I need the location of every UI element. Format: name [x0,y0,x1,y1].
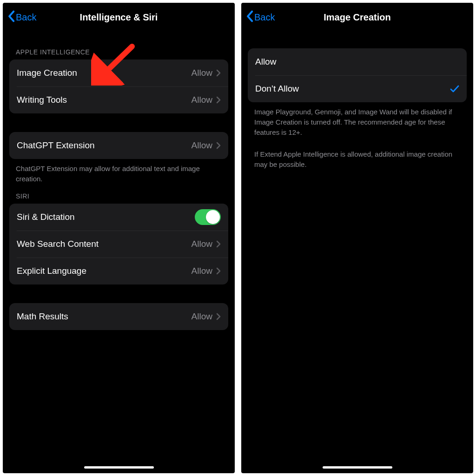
chevron-right-icon [216,240,221,248]
navbar: Back Intelligence & Siri [3,3,235,32]
group-apple-intelligence: Image Creation Allow Writing Tools Allow [9,60,228,113]
row-label: Math Results [17,311,192,322]
chevron-right-icon [216,69,221,77]
left-screen: Back Intelligence & Siri APPLE INTELLIGE… [3,3,235,473]
back-label: Back [16,12,36,23]
row-siri-dictation[interactable]: Siri & Dictation [9,204,228,231]
chevron-right-icon [216,96,221,104]
section-header-apple-intelligence: APPLE INTELLIGENCE [9,32,228,60]
navbar: Back Image Creation [241,3,473,32]
row-writing-tools[interactable]: Writing Tools Allow [9,86,228,113]
row-allow[interactable]: Allow [248,48,467,75]
row-label: Image Creation [17,68,192,78]
group-options: Allow Don’t Allow [248,48,467,102]
content: Allow Don’t Allow Image Playground, Genm… [241,32,473,473]
checkmark-icon [450,85,459,93]
row-chatgpt-extension[interactable]: ChatGPT Extension Allow [9,132,228,159]
row-value: Allow [192,266,212,276]
row-label: Web Search Content [17,239,192,249]
row-label: ChatGPT Extension [17,140,192,151]
group-math: Math Results Allow [9,303,228,330]
row-label: Explicit Language [17,266,192,276]
back-button[interactable]: Back [246,10,275,25]
page-title: Intelligence & Siri [3,12,235,23]
row-label: Writing Tools [17,95,192,105]
row-label: Siri & Dictation [17,212,195,222]
row-value: Allow [192,311,212,322]
row-value: Allow [192,239,212,249]
toggle-knob [206,210,220,224]
row-label: Don’t Allow [255,84,450,94]
row-image-creation[interactable]: Image Creation Allow [9,60,228,86]
row-label: Allow [255,57,459,67]
home-indicator[interactable] [84,466,154,469]
chevron-right-icon [216,142,221,149]
content: APPLE INTELLIGENCE Image Creation Allow … [3,32,235,473]
toggle-siri-dictation[interactable] [195,209,221,225]
group-siri: Siri & Dictation Web Search Content Allo… [9,204,228,284]
row-web-search-content[interactable]: Web Search Content Allow [9,231,228,258]
footer-chatgpt: ChatGPT Extension may allow for addition… [9,159,228,186]
right-screen: Back Image Creation Allow Don’t Allow Im… [241,3,473,473]
row-dont-allow[interactable]: Don’t Allow [248,75,467,102]
footer-note-1: Image Playground, Genmoji, and Image Wan… [248,102,467,139]
footer-note-2: If Extend Apple Intelligence is allowed,… [248,139,467,172]
back-button[interactable]: Back [7,10,36,25]
chevron-left-icon [7,10,15,25]
row-math-results[interactable]: Math Results Allow [9,303,228,330]
section-header-siri: SIRI [9,186,228,204]
row-explicit-language[interactable]: Explicit Language Allow [9,258,228,284]
row-value: Allow [192,140,212,151]
group-chatgpt: ChatGPT Extension Allow [9,132,228,159]
chevron-right-icon [216,267,221,275]
row-value: Allow [192,68,212,78]
row-value: Allow [192,95,212,105]
back-label: Back [254,12,275,23]
home-indicator[interactable] [323,466,392,469]
page-title: Image Creation [241,12,473,23]
chevron-right-icon [216,313,221,320]
chevron-left-icon [246,10,253,25]
